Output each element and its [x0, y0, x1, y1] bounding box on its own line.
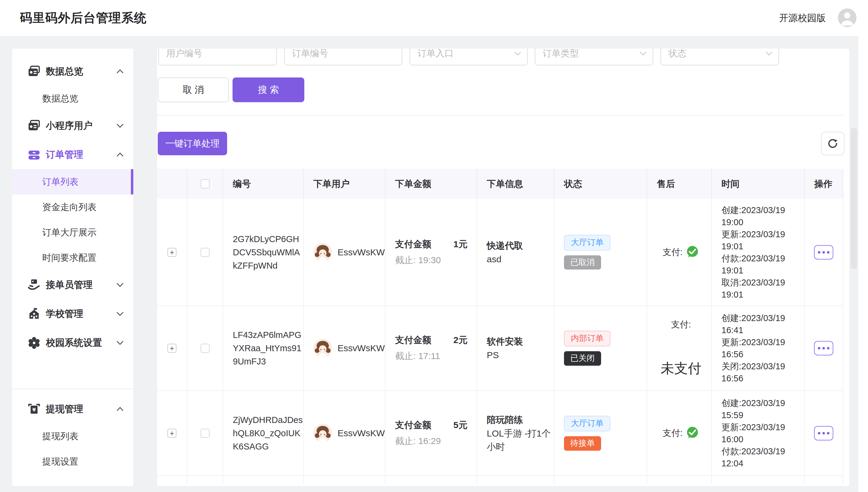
sidebar-group-3[interactable]: 订单管理 [12, 140, 133, 169]
time-line: 16:56 [721, 372, 804, 385]
status-badge: 内部订单 [564, 331, 610, 346]
time-line: 19:01 [721, 240, 804, 252]
amount-deadline: 截止: 17:11 [395, 350, 477, 362]
sidebar-group-label: 数据总览 [46, 65, 118, 78]
cancel-button[interactable]: 取 消 [158, 77, 229, 102]
order-type-select[interactable]: 订单类型 [535, 49, 653, 66]
sidebar-group-2[interactable]: 小程序用户 [12, 111, 133, 140]
order-amount-cell: 支付金额5元截止: 16:29 [385, 391, 477, 475]
sidebar-item-1[interactable]: 数据总览 [12, 86, 133, 111]
batch-process-button[interactable]: 一键订单处理 [158, 132, 227, 155]
refresh-button[interactable] [821, 132, 844, 155]
ellipsis-icon [818, 432, 820, 435]
ellipsis-icon [818, 347, 820, 349]
sidebar-item-4[interactable]: 订单列表 [12, 169, 133, 194]
order-user-cell: EssvWsKW [304, 306, 385, 390]
section-divider [157, 115, 843, 116]
user-id-input[interactable] [166, 49, 269, 58]
order-type-placeholder: 订单类型 [542, 49, 641, 60]
order-status-placeholder: 状态 [668, 49, 767, 60]
column-header-3: 下单信息 [477, 169, 554, 199]
order-status-cell: 大厅订单已取消 [554, 199, 647, 305]
order-id-line: ZjWyDHRDaJDes [233, 413, 303, 426]
row-actions-button[interactable] [814, 245, 833, 260]
status-badge: 大厅订单 [564, 235, 610, 250]
order-entry-placeholder: 订单入口 [417, 49, 515, 60]
expand-row-button[interactable]: + [167, 429, 176, 438]
chevron-up-icon [117, 69, 124, 76]
order-id-input[interactable] [292, 49, 394, 58]
sidebar-group-10[interactable]: 校园系统设置 [12, 328, 133, 357]
sidebar-group-9[interactable]: 学校管理 [12, 299, 133, 328]
order-info-cell: 快递代取asd [477, 199, 554, 305]
ellipsis-icon [827, 251, 829, 253]
ellipsis-icon [822, 347, 825, 349]
order-action-cell [805, 306, 843, 390]
order-status-select[interactable]: 状态 [660, 49, 779, 66]
orders-table: 编号下单用户下单金额下单信息状态售后时间操作 +2G7kDLyCP6GHDCV5… [157, 169, 843, 484]
order-id-cell: LF43zAP6lmAPGYXRaa_HtYms919UmFJ3 [223, 306, 304, 390]
order-info-title: 软件安装 [487, 335, 554, 348]
time-line: 付款:2023/03/19 [721, 445, 804, 457]
sidebar-group-label: 校园系统设置 [46, 337, 118, 349]
order-amount-cell: 支付金额2元截止: 17:11 [385, 306, 477, 390]
time-line: 更新:2023/03/19 [721, 336, 804, 348]
row-checkbox[interactable] [200, 344, 210, 353]
aftersale-cell: 支付: [647, 391, 712, 475]
order-time-cell: 创建:2023/03/1919:00更新:2023/03/1919:01付款:2… [712, 199, 805, 305]
table-body: +2G7kDLyCP6GHDCV5SbquWMlAkZFFpWNdEssvWsK… [157, 199, 843, 476]
time-line: 16:41 [721, 324, 804, 336]
sidebar-item-6[interactable]: 订单大厅展示 [12, 220, 133, 245]
sidebar-group-0[interactable]: 数据总览 [12, 57, 133, 86]
order-id-cell: ZjWyDHRDaJDeshQL8K0_zQoIUKK6SAGG [223, 391, 304, 475]
user-avatar-icon[interactable] [838, 8, 857, 27]
chevron-up-icon [117, 407, 124, 414]
sidebar-group-label: 订单管理 [46, 148, 118, 161]
school-icon [27, 307, 41, 321]
girl-avatar-icon [313, 243, 332, 262]
sidebar-group-12[interactable]: ¥提现管理 [12, 395, 133, 423]
time-line: 16:56 [721, 348, 804, 360]
aftersale-cell: 支付: [647, 199, 712, 305]
amount-row: 支付金额5元 [395, 419, 477, 432]
status-badge: 待接单 [564, 436, 601, 451]
row-checkbox[interactable] [200, 248, 210, 257]
order-user-cell: EssvWsKW [304, 391, 385, 475]
aftersale-cell: 支付:未支付 [647, 306, 712, 390]
sidebar-divider [12, 389, 133, 389]
order-time-cell: 创建:2023/03/1915:59更新:2023/03/1916:00付款:2… [712, 391, 805, 475]
sidebar-item-5[interactable]: 资金走向列表 [12, 194, 133, 220]
time-line: 关闭:2023/03/19 [721, 360, 804, 372]
time-line: 12:04 [721, 457, 804, 469]
order-id-line: LF43zAP6lmAPG [233, 328, 303, 342]
wechat-pay-icon [685, 245, 699, 260]
order-info-desc: LOL手游 -打1个小时 [487, 427, 554, 453]
ellipsis-icon [827, 432, 829, 435]
order-id-line: 9UmFJ3 [233, 355, 303, 368]
row-checkbox[interactable] [200, 429, 210, 438]
time-line: 更新:2023/03/19 [721, 228, 804, 240]
sidebar-item-14[interactable]: 提现设置 [12, 449, 133, 474]
sidebar-item-13[interactable]: 提现列表 [12, 423, 133, 449]
time-line: 创建:2023/03/19 [721, 312, 804, 324]
expand-row-button[interactable]: + [167, 248, 176, 257]
row-actions-button[interactable] [814, 341, 833, 355]
sidebar-item-7[interactable]: 时间要求配置 [12, 245, 133, 270]
sidebar-group-8[interactable]: 接单员管理 [12, 270, 133, 299]
ellipsis-icon [827, 347, 829, 349]
search-button[interactable]: 搜 索 [233, 77, 304, 102]
chevron-down-icon [117, 338, 124, 345]
order-user-cell: EssvWsKW [304, 199, 385, 305]
order-entry-select[interactable]: 订单入口 [410, 49, 528, 66]
withdraw-icon: ¥ [27, 402, 41, 416]
scrollbar-track[interactable] [858, 0, 868, 492]
scrollbar-thumb[interactable] [850, 127, 857, 269]
status-badge: 已取消 [564, 255, 601, 270]
row-actions-button[interactable] [814, 426, 833, 440]
expand-row-button[interactable]: + [167, 344, 176, 353]
order-status-cell: 内部订单已关闭 [554, 306, 647, 390]
select-all-checkbox[interactable] [200, 179, 210, 189]
chevron-down-icon [640, 49, 646, 55]
wechat-pay-icon [685, 426, 699, 441]
order-info-title: 快递代取 [487, 239, 554, 253]
